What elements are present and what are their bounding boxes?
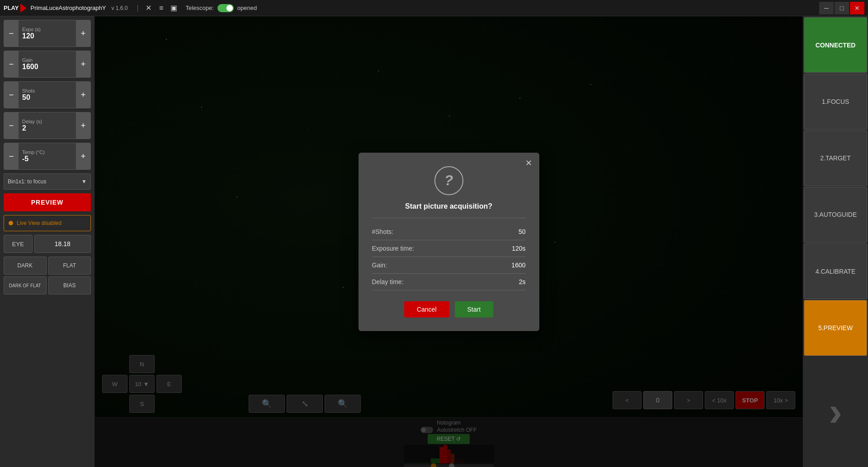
calibrate-button[interactable]: 4.CALIBRATE [804,243,867,299]
telescope-section: Telescope: opened [186,4,257,12]
app-version: v 1.6.0 [111,5,127,11]
dialog-delay-row: Delay time: 2s [372,274,526,290]
autoguide-button[interactable]: 3.AUTOGUIDE [804,187,867,243]
expo-control: − Expo (s) 120 + [4,20,91,47]
bin-dropdown-label: Bin1x1: to focus [8,178,46,185]
shots-increase-button[interactable]: + [76,82,90,108]
dialog-gain-row: Gain: 1600 [372,257,526,274]
expo-increase-button[interactable]: + [76,20,90,47]
dialog-shots-label: #Shots: [372,228,393,235]
right-arrow-section: › [804,357,867,467]
window-controls: ─ □ ✕ [819,2,864,14]
dialog-delay-value: 2s [519,278,526,285]
cursor-icon-btn[interactable]: ✕ [142,2,155,14]
dialog-exposure-label: Exposure time: [372,245,414,252]
gain-control: − Gain 1600 + [4,51,91,78]
dialog: ✕ ? Start picture acquisition? #Shots: 5… [359,153,539,331]
connected-button[interactable]: CONNECTED [804,17,867,73]
dialog-overlay: ✕ ? Start picture acquisition? #Shots: 5… [95,16,802,467]
gain-increase-button[interactable]: + [76,51,90,77]
focus-button[interactable]: 1.FOCUS [804,74,867,129]
live-view-button[interactable]: Live View disabled [4,215,91,231]
dialog-title: Start picture acquisition? [372,202,526,210]
temp-decrease-button[interactable]: − [4,143,19,169]
preview-button[interactable]: PREVIEW [4,193,91,211]
dialog-gain-value: 1600 [511,262,525,269]
maximize-button[interactable]: □ [835,2,849,14]
expo-inner: Expo (s) 120 [19,25,76,42]
delay-decrease-button[interactable]: − [4,112,19,139]
chevron-right-icon: › [829,391,842,432]
delay-control: − Delay (s) 2 + [4,112,91,139]
gain-label: Gain [22,57,72,63]
eye-row: EYE 18.18 [4,235,91,253]
dialog-delay-label: Delay time: [372,278,404,285]
divider-1: | [137,4,138,12]
telescope-label: Telescope: [186,5,214,11]
bias-button[interactable]: BIAS [48,276,91,294]
expo-label: Expo (s) [22,27,72,32]
temp-inner: Temp (°C) -5 [19,148,76,165]
dialog-shots-row: #Shots: 50 [372,224,526,240]
question-icon: ? [434,166,463,195]
app-logo: PLAY PrimaLuceAstrophotographY v 1.6.0 [4,4,127,13]
save-icon-btn[interactable]: ▣ [168,2,180,14]
telescope-status: opened [237,5,257,11]
dialog-cancel-button[interactable]: Cancel [404,301,449,318]
dark-button[interactable]: DARK [4,257,47,275]
temp-increase-button[interactable]: + [76,143,90,169]
shots-label: Shots [22,88,72,93]
minimize-button[interactable]: ─ [819,2,834,14]
dialog-shots-value: 50 [519,228,526,235]
eye-value: 18.18 [34,235,91,253]
shots-value: 50 [22,93,72,102]
delay-inner: Delay (s) 2 [19,117,76,134]
dark-of-flat-button[interactable]: DARK OF FLAT [4,276,47,294]
target-button[interactable]: 2.TARGET [804,131,867,186]
flat-button[interactable]: FLAT [48,257,91,275]
gain-inner: Gain 1600 [19,56,76,73]
delay-increase-button[interactable]: + [76,112,90,139]
logo-play-text: PLAY [4,5,19,11]
left-panel: − Expo (s) 120 + − Gain 1600 + − Shots 5… [0,16,95,467]
delay-label: Delay (s) [22,119,72,124]
dialog-exposure-value: 120s [512,245,525,252]
app-name: PrimaLuceAstrophotographY [30,5,106,11]
settings-icon-btn[interactable]: ≡ [155,2,168,14]
right-panel: CONNECTED 1.FOCUS 2.TARGET 3.AUTOGUIDE 4… [802,16,868,467]
dialog-exposure-row: Exposure time: 120s [372,240,526,257]
eye-label: EYE [4,235,33,253]
delay-value: 2 [22,124,72,132]
dialog-divider [372,218,526,218]
main-layout: − Expo (s) 120 + − Gain 1600 + − Shots 5… [0,16,868,467]
temp-label: Temp (°C) [22,149,72,155]
gain-value: 1600 [22,63,72,71]
live-view-indicator [9,221,13,225]
shots-inner: Shots 50 [19,86,76,103]
dialog-close-button[interactable]: ✕ [525,158,532,168]
temp-control: − Temp (°C) -5 + [4,143,91,170]
shots-control: − Shots 50 + [4,81,91,108]
close-button[interactable]: ✕ [850,2,864,14]
live-view-label: Live View disabled [17,220,61,226]
titlebar: PLAY PrimaLuceAstrophotographY v 1.6.0 |… [0,0,868,16]
center-area: N W 10 ▼ E S 🔍 ⤡ 🔍 [95,16,802,467]
logo-arrow-icon [20,4,27,13]
calibration-buttons: DARK FLAT DARK OF FLAT BIAS [4,257,91,294]
telescope-toggle[interactable] [217,4,234,12]
dialog-gain-label: Gain: [372,262,387,269]
preview-panel-button[interactable]: 5.PREVIEW [804,300,867,355]
expo-decrease-button[interactable]: − [4,20,19,47]
expo-value: 120 [22,32,72,40]
dialog-start-button[interactable]: Start [455,301,494,318]
bin-dropdown[interactable]: Bin1x1: to focus ▼ [4,173,91,190]
gain-decrease-button[interactable]: − [4,51,19,77]
dropdown-arrow-icon: ▼ [81,178,87,185]
temp-value: -5 [22,155,72,163]
dialog-buttons: Cancel Start [372,301,526,318]
shots-decrease-button[interactable]: − [4,82,19,108]
